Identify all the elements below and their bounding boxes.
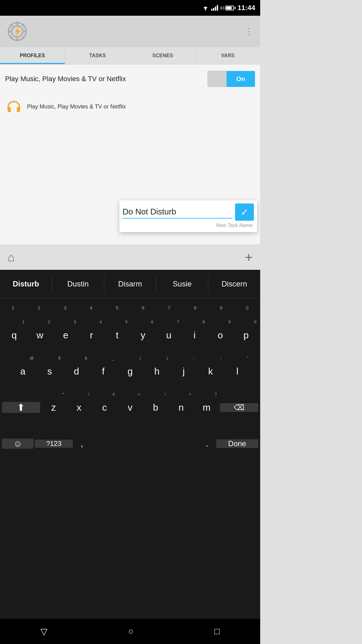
backspace-key[interactable]: ⌫	[220, 403, 258, 412]
key-x[interactable]: !x	[66, 389, 92, 425]
key-m[interactable]: ?m	[194, 389, 219, 425]
key-z[interactable]: *z	[41, 389, 66, 425]
done-key[interactable]: Done	[216, 439, 258, 448]
key-l[interactable]: "l	[224, 353, 251, 389]
key-d[interactable]: &d	[63, 353, 90, 389]
autocomplete-susie[interactable]: Susie	[156, 276, 208, 291]
toggle-switch[interactable]: On	[207, 71, 255, 87]
autocomplete-disturb[interactable]: Disturb	[0, 276, 52, 291]
popup-input-row: ✓	[119, 200, 257, 222]
key-k[interactable]: ;k	[197, 353, 224, 389]
status-bar: 83 11:44	[0, 0, 260, 16]
more-menu-icon[interactable]: ⋮	[244, 27, 254, 36]
keyboard-row-1: 1q 2w 3e 4r 5t 6y 7u 8i 9o 0p	[0, 317, 260, 353]
shift-key[interactable]: ⬆	[2, 402, 40, 413]
keyboard-row-3: ⬆ *z !x #c =v /b +n ?m ⌫	[0, 389, 260, 425]
key-a[interactable]: @a	[9, 353, 36, 389]
task-name-popup: ✓ New Task Name	[119, 200, 257, 232]
bottom-bar: ⌂ +	[0, 245, 260, 270]
key-e[interactable]: 3e	[53, 317, 79, 353]
tab-profiles[interactable]: PROFILES	[0, 47, 65, 64]
tab-tasks[interactable]: TASKS	[65, 47, 130, 64]
signal-icon	[211, 5, 218, 11]
num-1: 1	[0, 298, 26, 317]
key-c[interactable]: #c	[92, 389, 117, 425]
key-j[interactable]: :j	[170, 353, 197, 389]
emoji-key[interactable]: ☺	[2, 439, 34, 449]
autocomplete-dustin[interactable]: Dustin	[52, 276, 104, 291]
profile-item-label: Play Music, Play Movies & TV or Netflix	[27, 103, 126, 110]
svg-rect-4	[217, 5, 218, 11]
keyboard-row-2: @a $s &d _f (g )h :j ;k "l	[0, 353, 260, 389]
toggle-off-part	[208, 71, 227, 87]
svg-rect-3	[215, 7, 216, 11]
profile-item[interactable]: Play Music, Play Movies & TV or Netflix …	[0, 93, 260, 120]
svg-rect-9	[8, 31, 11, 32]
battery-icon: 83	[220, 6, 235, 10]
key-i[interactable]: 8i	[182, 317, 207, 353]
svg-rect-10	[24, 31, 27, 32]
tab-scenes[interactable]: SCENES	[130, 47, 195, 64]
autocomplete-row: Disturb Dustin Disarm Susie Discern	[0, 270, 260, 298]
key-y[interactable]: 6y	[130, 317, 156, 353]
number-hints-row: 1 2 3 4 5 6 7 8 9 0	[0, 298, 260, 317]
svg-rect-8	[16, 38, 18, 41]
home-icon[interactable]: ⌂	[8, 251, 15, 264]
key-w[interactable]: 2w	[27, 317, 53, 353]
key-r[interactable]: 4r	[79, 317, 104, 353]
main-content: Play Music, Play Movies & TV or Netflix …	[0, 64, 260, 253]
status-icons: 83 11:44	[202, 4, 255, 12]
key-t[interactable]: 5t	[104, 317, 130, 353]
key-f[interactable]: _f	[90, 353, 117, 389]
num-5: 5	[104, 298, 130, 317]
period-key[interactable]: .	[199, 439, 216, 449]
num-8: 8	[182, 298, 208, 317]
num-6: 6	[130, 298, 156, 317]
key-q[interactable]: 1q	[1, 317, 27, 353]
tabs-bar: PROFILES TASKS SCENES VARS	[0, 47, 260, 64]
autocomplete-discern[interactable]: Discern	[208, 276, 260, 291]
svg-rect-2	[213, 8, 214, 11]
key-b[interactable]: /b	[143, 389, 168, 425]
svg-point-0	[205, 9, 206, 10]
status-time: 11:44	[238, 4, 255, 12]
key-o[interactable]: 9o	[207, 317, 233, 353]
emoji-icon: ☺	[13, 439, 22, 449]
svg-rect-16	[17, 107, 19, 112]
backspace-icon: ⌫	[234, 403, 244, 412]
checkmark-icon: ✓	[241, 207, 249, 218]
task-name-input[interactable]	[123, 206, 233, 219]
keyboard: Disturb Dustin Disarm Susie Discern 1 2 …	[0, 270, 260, 644]
keyboard-row-4: ☺ ?123 , . Done	[0, 425, 260, 462]
num-3: 3	[52, 298, 78, 317]
popup-confirm-button[interactable]: ✓	[235, 203, 254, 221]
tab-vars[interactable]: VARS	[195, 47, 260, 64]
add-button[interactable]: +	[245, 250, 253, 265]
key-p[interactable]: 0p	[233, 317, 259, 353]
key-n[interactable]: +n	[168, 389, 194, 425]
key-u[interactable]: 7u	[156, 317, 182, 353]
app-header: ⋮	[0, 16, 260, 47]
key-s[interactable]: $s	[36, 353, 63, 389]
num-7: 7	[156, 298, 182, 317]
profile-title: Play Music, Play Movies & TV or Netflix	[5, 75, 207, 83]
num-0: 0	[234, 298, 260, 317]
profile-icon-wrap	[5, 98, 23, 115]
num-4: 4	[78, 298, 104, 317]
toggle-on-label: On	[227, 71, 255, 87]
sym-key[interactable]: ?123	[35, 440, 73, 448]
app-logo	[6, 20, 28, 42]
recents-button[interactable]: □	[214, 626, 220, 636]
home-button[interactable]: ○	[128, 626, 134, 636]
headphones-icon	[6, 98, 22, 115]
comma-key[interactable]: ,	[74, 439, 90, 449]
key-h[interactable]: )h	[144, 353, 170, 389]
key-v[interactable]: =v	[117, 389, 143, 425]
nav-bar: ▽ ○ □	[0, 619, 260, 644]
shift-icon: ⬆	[17, 402, 25, 413]
wifi-icon	[202, 5, 209, 11]
back-button[interactable]: ▽	[41, 626, 47, 637]
key-g[interactable]: (g	[117, 353, 143, 389]
autocomplete-disarm[interactable]: Disarm	[104, 276, 156, 291]
svg-rect-15	[8, 107, 11, 112]
